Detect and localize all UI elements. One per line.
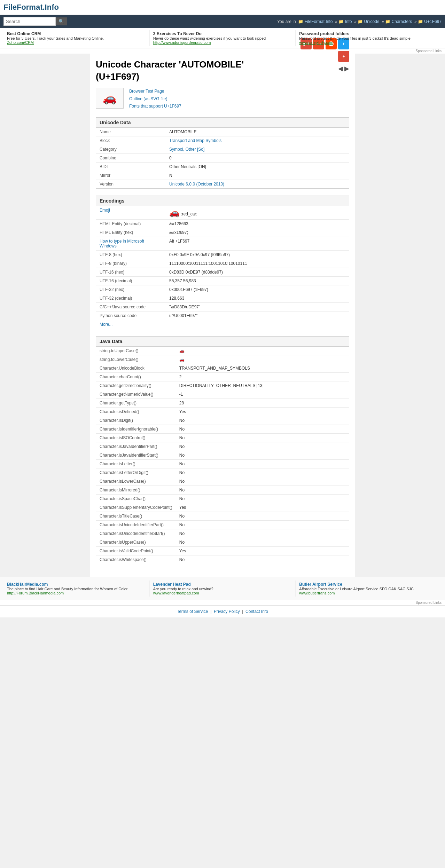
char-links: Browser Test Page Outline (as SVG file) … [129,88,181,110]
table-row: Character.isUnicodeIdentifierPart()No [96,520,349,529]
footer: Terms of Service | Privacy Policy | Cont… [0,605,445,617]
table-row: UTF-8 (binary) 11110000:10011111:1001101… [96,259,349,268]
java-value: 🚗 [176,355,349,364]
more-link[interactable]: More... [96,320,349,329]
breadcrumb-characters[interactable]: Characters [392,19,412,24]
mswin-link[interactable]: How to type in Microsoft Windows [100,239,144,248]
table-row: UTF-32 (hex) 0x0001F697 (1F697) [96,285,349,294]
version-link[interactable]: Unicode 6.0.0 (October 2010) [169,182,224,187]
java-value: No [176,477,349,486]
table-row: Character.getType()28 [96,399,349,407]
footer-ad-title-1[interactable]: BlackHairMedia.com [7,582,146,587]
java-value: No [176,529,349,538]
unicode-bidi-label: BIDI [96,162,166,171]
footer-ad-title-3[interactable]: Butler Airport Service [299,582,438,587]
char-symbol: 🚗 [103,92,117,105]
ad-link-2[interactable]: http://www.adonisgordenratio.com [153,40,211,45]
search-button[interactable]: 🔍 [56,17,67,25]
java-label: string.toLowerCase() [96,355,176,364]
enc-utf8-hex-label: UTF-8 (hex) [96,250,166,259]
java-label: Character.getDirectionality() [96,381,176,390]
breadcrumb-info[interactable]: Info [345,19,352,24]
java-label: Character.isLetter() [96,459,176,468]
table-row: Character.charCount()2 [96,372,349,381]
table-row: Emoji 🚗 :red_car: [96,206,349,220]
java-label: Character.isDefined() [96,407,176,416]
java-label: Character.isMirrored() [96,486,176,494]
unicode-name-value: AUTOMOBILE [166,128,349,136]
unicode-data-section: Unicode Data Name AUTOMOBILE Block Trans… [96,117,349,189]
browser-test-link[interactable]: Browser Test Page [129,88,181,95]
table-row: Character.getDirectionality()DIRECTIONAL… [96,381,349,390]
java-label: Character.isSupplementaryCodePoint() [96,503,176,512]
terms-link[interactable]: Terms of Service [177,609,208,614]
unicode-version-label: Version [96,180,166,188]
table-row: Character.isUpperCase()No [96,538,349,546]
table-row: Name AUTOMOBILE [96,128,349,136]
search-input[interactable] [3,17,56,26]
table-row: BIDI Other Neutrals [ON] [96,162,349,171]
unicode-combine-value: 0 [166,153,349,162]
table-row: Mirror N [96,171,349,180]
java-value: No [176,555,349,564]
breadcrumb-unicode[interactable]: Unicode [364,19,380,24]
breadcrumb-fileformat[interactable]: FileFormat.Info [305,19,333,24]
emoji-link[interactable]: Emoji [100,208,110,213]
table-row: Character.isJavaIdentifierStart()No [96,451,349,459]
unicode-combine-label: Combine [96,153,166,162]
java-value: No [176,425,349,433]
java-label: Character.isLetterOrDigit() [96,468,176,477]
java-label: Character.isIdentifierIgnorable() [96,425,176,433]
java-label: Character.isUpperCase() [96,538,176,546]
table-row: Character.isLowerCase()No [96,477,349,486]
table-row: HTML Entity (decimal) &#128663; [96,219,349,228]
next-arrow[interactable]: ▶ [344,65,349,72]
table-row: Block Transport and Map Symbols [96,136,349,145]
table-row: Character.isIdentifierIgnorable()No [96,425,349,433]
breadcrumb-prefix: You are in [277,19,296,24]
fonts-support-link[interactable]: Fonts that support U+1F697 [129,103,181,110]
table-row: Category Symbol, Other [So] [96,145,349,153]
block-link[interactable]: Transport and Map Symbols [169,138,221,143]
table-row: Character.isLetter()No [96,459,349,468]
table-row: Character.isWhitespace()No [96,555,349,564]
java-value: No [176,416,349,425]
encodings-title: Encodings [96,196,349,206]
contact-link[interactable]: Contact Info [245,609,268,614]
table-row: How to type in Microsoft Windows Alt +1F… [96,237,349,250]
ad-link-3[interactable]: www.safeplicity.com [299,40,333,45]
prev-arrow[interactable]: ◀ [338,65,343,72]
footer-ad-link-3[interactable]: www.butlertrans.com [299,591,335,595]
ad-link-1[interactable]: Zoho.com/CRM [7,40,34,45]
emoji-name: :red_car: [181,212,197,216]
char-display: 🚗 Browser Test Page Outline (as SVG file… [96,88,349,110]
ad-desc-1: Free for 3 Users. Track your Sales and M… [7,36,146,40]
share-plus-button[interactable]: + [338,51,349,62]
enc-utf8-hex-value: 0xF0 0x9F 0x9A 0x97 (f09f9a97) [166,250,349,259]
privacy-link[interactable]: Privacy Policy [214,609,240,614]
site-header: FileFormat.Info [0,0,445,15]
java-label: Character.isUnicodeIdentifierPart() [96,520,176,529]
unicode-mirror-label: Mirror [96,171,166,180]
table-row: Character.isMirrored()No [96,486,349,494]
enc-python-label: Python source code [96,311,166,320]
svg-outline-link[interactable]: Outline (as SVG file) [129,95,181,103]
footer-ad-link-1[interactable]: http://Forum.BlackHairmedia.com [7,591,64,595]
java-value: No [176,442,349,451]
table-row: Character.isValidCodePoint()Yes [96,546,349,555]
page-subtitle: (U+1F697) [96,71,349,82]
java-value: 28 [176,399,349,407]
breadcrumb-codepoint[interactable]: U+1F697 [424,19,442,24]
java-value: -1 [176,390,349,399]
emoji-label: Emoji [96,206,166,220]
enc-utf32-hex-value: 0x0001F697 (1F697) [166,285,349,294]
search-box: 🔍 [3,17,67,26]
footer-ad-title-2[interactable]: Lavender Heat Pad [153,582,292,587]
table-row: Character.isSupplementaryCodePoint()Yes [96,503,349,512]
table-row: UTF-16 (decimal) 55,357 56,983 [96,276,349,285]
enc-utf32-dec-value: 128,663 [166,294,349,302]
table-row: Character.isISOControl()No [96,433,349,442]
footer-ad-link-2[interactable]: www.lavenderheatpad.com [153,591,199,595]
ad-title-2: 3 Exercises To Never Do [153,31,292,36]
category-link[interactable]: Symbol, Other [So] [169,147,204,152]
